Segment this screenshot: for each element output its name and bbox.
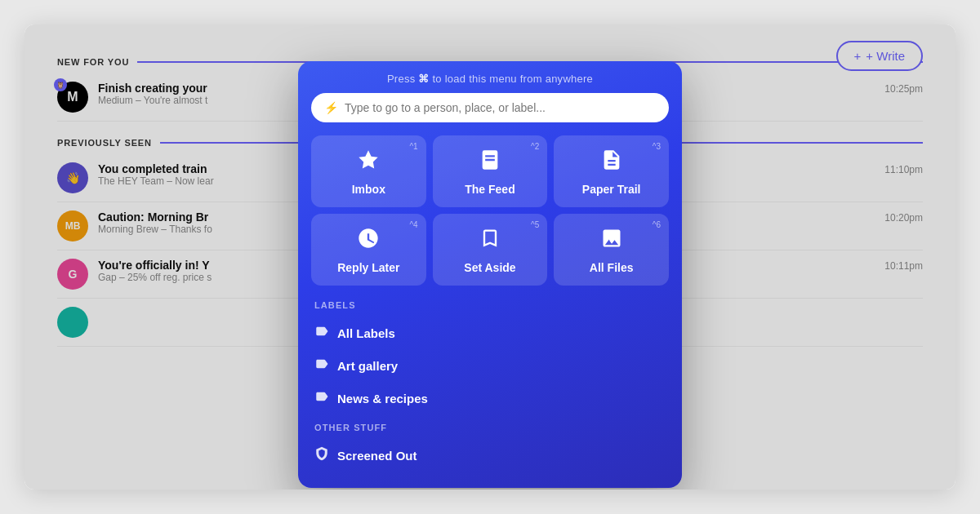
- search-bar[interactable]: ⚡: [311, 93, 669, 122]
- nav-item-reply-later[interactable]: ^4 Reply Later: [311, 214, 426, 286]
- paper-trail-icon: [600, 148, 623, 176]
- labels-section-title: LABELS: [314, 300, 666, 310]
- search-input[interactable]: [345, 101, 656, 114]
- nav-item-paper-trail[interactable]: ^3 Paper Trail: [554, 135, 669, 207]
- art-gallery-text: Art gallery: [337, 359, 398, 373]
- set-aside-icon: [479, 227, 501, 255]
- feed-icon: [479, 148, 501, 176]
- navigation-modal: Press ⌘ to load this menu from anywhere …: [298, 61, 682, 488]
- other-section: OTHER STUFF Screened Out: [298, 414, 682, 472]
- nav-shortcut: ^5: [531, 220, 539, 229]
- screened-out-icon: [314, 446, 329, 464]
- news-recipes-text: News & recipes: [337, 392, 428, 405]
- nav-item-imbox[interactable]: ^1 Imbox: [311, 135, 426, 207]
- nav-shortcut: ^4: [409, 220, 417, 229]
- art-gallery-icon: [314, 357, 329, 374]
- nav-grid: ^1 Imbox ^2 The Feed ^3 Paper: [298, 135, 682, 292]
- all-files-icon: [600, 227, 623, 255]
- label-item-screened-out[interactable]: Screened Out: [314, 439, 666, 472]
- nav-label-paper-trail: Paper Trail: [582, 183, 641, 196]
- nav-label-all-files: All Files: [590, 261, 634, 274]
- all-labels-text: All Labels: [337, 326, 395, 340]
- label-item-news-recipes[interactable]: News & recipes: [314, 382, 666, 414]
- nav-label-set-aside: Set Aside: [464, 261, 515, 274]
- reply-later-icon: [357, 227, 380, 255]
- news-recipes-icon: [314, 389, 329, 407]
- nav-item-the-feed[interactable]: ^2 The Feed: [433, 135, 548, 207]
- labels-section: LABELS All Labels Art gallery News & rec…: [298, 292, 682, 414]
- nav-label-the-feed: The Feed: [465, 183, 514, 196]
- all-labels-icon: [314, 324, 329, 342]
- app-window: + + Write NEW FOR YOU M 🦉 Finish creatin…: [24, 24, 956, 490]
- nav-shortcut: ^6: [653, 220, 661, 229]
- nav-shortcut: ^1: [409, 142, 417, 151]
- nav-label-reply-later: Reply Later: [337, 261, 399, 274]
- label-item-art-gallery[interactable]: Art gallery: [314, 349, 666, 382]
- filter-icon: ⚡: [324, 101, 338, 114]
- other-section-title: OTHER STUFF: [314, 423, 666, 432]
- nav-shortcut: ^2: [531, 142, 539, 151]
- modal-hint: Press ⌘ to load this menu from anywhere: [298, 61, 682, 93]
- nav-item-all-files[interactable]: ^6 All Files: [554, 214, 669, 286]
- screened-out-text: Screened Out: [337, 449, 417, 463]
- nav-item-set-aside[interactable]: ^5 Set Aside: [433, 214, 548, 286]
- label-item-all-labels[interactable]: All Labels: [314, 317, 666, 349]
- nav-label-imbox: Imbox: [352, 183, 385, 196]
- nav-shortcut: ^3: [653, 142, 661, 151]
- star-icon: [357, 148, 380, 176]
